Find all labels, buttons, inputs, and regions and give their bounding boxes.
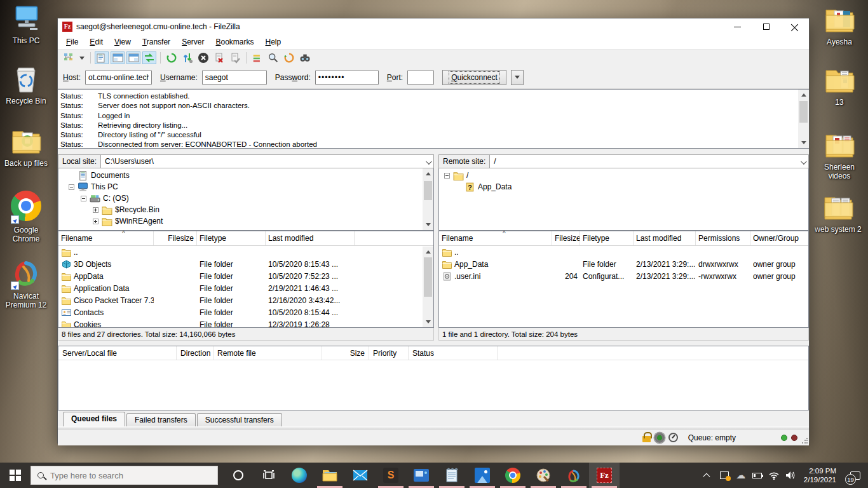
cancel-operation-button[interactable] [196, 51, 210, 64]
desktop-icon-sherleen-videos[interactable]: Sherleen videos [815, 132, 864, 180]
local-site-combo[interactable]: C:\Users\user\ [101, 154, 434, 168]
scroll-up-icon[interactable] [423, 247, 433, 257]
minimize-button[interactable] [723, 18, 752, 35]
find-files-button[interactable] [298, 51, 312, 64]
column-header-last-modified[interactable]: Last modified [634, 231, 696, 245]
settings-gear-icon[interactable] [654, 433, 665, 443]
file-row-app-data[interactable]: App_Data File folder 2/13/2021 3:29:... … [439, 258, 808, 270]
taskbar-notepad[interactable] [437, 463, 467, 488]
synchronized-browsing-button[interactable] [282, 51, 296, 64]
local-tree-scrollbar[interactable] [423, 168, 433, 230]
desktop-icon-recycle-bin[interactable]: Recycle Bin [1, 65, 51, 105]
toggle-remote-tree-button[interactable] [126, 51, 140, 64]
menu-bookmarks[interactable]: Bookmarks [210, 36, 259, 48]
title-bar[interactable]: Fz saegot@sherleenegot.cmu-online.tech -… [58, 18, 809, 35]
host-input[interactable] [85, 71, 152, 85]
file-row-3d-objects[interactable]: 3D Objects File folder 10/5/2020 8:15:43… [58, 258, 433, 270]
menu-server[interactable]: Server [176, 36, 210, 48]
menu-help[interactable]: Help [260, 36, 287, 48]
column-header-filetype[interactable]: Filetype [197, 231, 266, 245]
maximize-button[interactable] [752, 18, 780, 35]
resize-grip[interactable] [801, 438, 808, 444]
start-button[interactable] [0, 463, 31, 488]
quickconnect-button[interactable]: Quickconnect [442, 70, 506, 85]
tree-item-recycle-bin-folder[interactable]: $Recycle.Bin [58, 204, 433, 215]
file-row-updir[interactable]: .. [58, 246, 433, 258]
compare-directories-button[interactable] [266, 51, 280, 64]
reconnect-button[interactable] [228, 51, 242, 64]
taskbar-photos[interactable] [467, 463, 498, 488]
task-view-button[interactable] [254, 463, 284, 488]
tree-item-this-pc[interactable]: This PC [58, 181, 433, 193]
column-header-filename[interactable]: Filename [439, 231, 552, 245]
desktop-icon-google-chrome[interactable]: Google Chrome [1, 191, 51, 243]
remote-tree[interactable]: / App_Data [438, 168, 809, 231]
toggle-transfer-queue-button[interactable] [142, 51, 156, 64]
file-row-user-ini[interactable]: .user.ini 204 Configurat... 2/13/2021 3:… [439, 270, 808, 282]
taskbar-navicat[interactable] [559, 463, 589, 488]
battery-icon[interactable] [749, 463, 766, 488]
username-input[interactable] [202, 71, 267, 85]
column-header-last-modified[interactable]: Last modified [266, 231, 355, 245]
file-row-appdata[interactable]: AppData File folder 10/5/2020 7:52:23 ..… [58, 270, 433, 282]
file-row-application-data[interactable]: Application Data File folder 2/19/2021 1… [58, 282, 433, 294]
tree-item-root[interactable]: / [439, 170, 808, 181]
expand-icon[interactable] [93, 219, 98, 224]
desktop-icon-backup-files[interactable]: Back up files [1, 128, 51, 168]
close-button[interactable] [780, 18, 809, 35]
collapse-icon[interactable] [444, 173, 450, 179]
scroll-thumb[interactable] [799, 101, 808, 123]
taskbar-chrome[interactable] [498, 463, 528, 488]
desktop-icon-this-pc[interactable]: This PC [1, 5, 51, 45]
queue-column-priority[interactable]: Priority [369, 346, 409, 360]
taskbar-mail[interactable] [345, 463, 376, 488]
message-log[interactable]: Status:TLS connection established. Statu… [58, 89, 809, 149]
taskbar-search[interactable] [31, 466, 218, 485]
port-input[interactable] [407, 71, 434, 85]
queue-column-remote-file[interactable]: Remote file [214, 346, 322, 360]
desktop-icon-13[interactable]: 13 [815, 67, 864, 107]
menu-view[interactable]: View [109, 36, 137, 48]
desktop-icon-navicat[interactable]: Navicat Premium 12 [1, 257, 51, 309]
file-row-contacts[interactable]: Contacts File folder 10/5/2020 8:15:44 .… [58, 306, 433, 318]
file-row-updir[interactable]: .. [439, 246, 808, 258]
scroll-down-icon[interactable] [423, 220, 433, 230]
scroll-thumb[interactable] [424, 181, 432, 200]
action-center-button[interactable]: 19 [843, 463, 868, 488]
taskbar-filezilla[interactable]: Fz [589, 463, 620, 488]
tree-item-winreagent-folder[interactable]: $WinREAgent [58, 215, 433, 227]
collapse-icon[interactable] [81, 196, 86, 201]
process-queue-button[interactable] [180, 51, 194, 64]
remote-file-list[interactable]: ^ Filename Filesize Filetype Last modifi… [438, 231, 809, 328]
tab-failed-transfers[interactable]: Failed transfers [126, 413, 196, 426]
column-header-filename[interactable]: Filename [58, 231, 154, 245]
column-header-permissions[interactable]: Permissions [696, 231, 750, 245]
scroll-down-icon[interactable] [423, 317, 433, 327]
search-input[interactable] [50, 471, 190, 480]
site-manager-button[interactable] [62, 51, 76, 64]
collapse-icon[interactable] [69, 184, 74, 190]
taskbar-edge[interactable] [284, 463, 315, 488]
taskbar-app-blue[interactable] [406, 463, 437, 488]
taskbar-file-explorer[interactable] [315, 463, 345, 488]
cortana-button[interactable] [223, 463, 254, 488]
transfer-queue[interactable]: Server/Local file Direction Remote file … [58, 346, 809, 410]
tree-item-c-drive[interactable]: C: (OS) [58, 193, 433, 204]
column-header-owner-group[interactable]: Owner/Group [750, 231, 808, 245]
log-scrollbar[interactable] [798, 90, 809, 148]
disconnect-button[interactable] [212, 51, 226, 64]
onedrive-cloud-icon[interactable]: ☁ [733, 463, 749, 488]
queue-column-status[interactable]: Status [409, 346, 498, 360]
local-list-scrollbar[interactable] [423, 247, 433, 327]
pane-splitter[interactable] [434, 154, 438, 231]
splitter[interactable] [58, 149, 809, 154]
menu-edit[interactable]: Edit [84, 36, 109, 48]
quickconnect-dropdown[interactable] [511, 70, 524, 85]
queue-column-direction[interactable]: Direction [177, 346, 214, 360]
file-row-cisco-packet-tracer[interactable]: Cisco Packet Tracer 7.3.1 File folder 12… [58, 294, 433, 306]
scroll-down-icon[interactable] [798, 138, 809, 148]
expand-icon[interactable] [93, 207, 98, 213]
scroll-up-icon[interactable] [798, 90, 809, 100]
menu-file[interactable]: File [60, 36, 84, 48]
tls-lock-icon[interactable] [642, 436, 651, 442]
